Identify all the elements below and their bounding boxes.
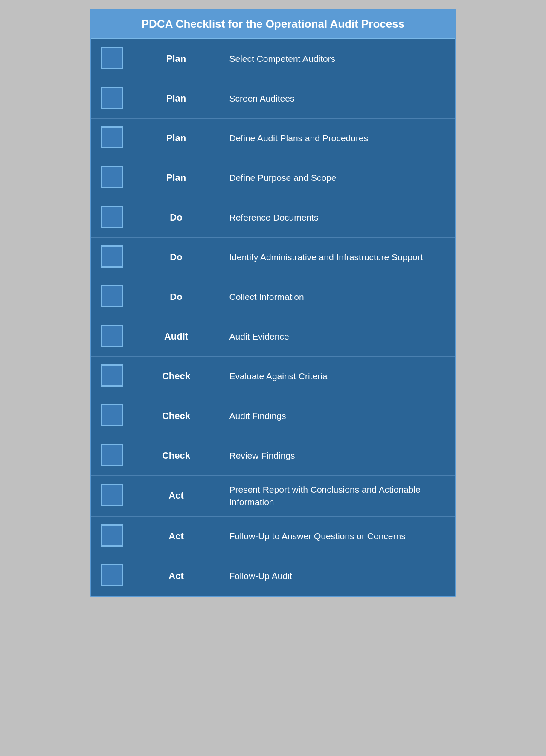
table-row: PlanDefine Audit Plans and Procedures	[91, 119, 455, 158]
table-row: DoReference Documents	[91, 198, 455, 238]
checkbox-cell[interactable]	[91, 516, 134, 556]
table-row: ActPresent Report with Conclusions and A…	[91, 476, 455, 517]
task-label: Define Audit Plans and Procedures	[219, 119, 455, 158]
task-label: Follow-Up to Answer Questions or Concern…	[219, 516, 455, 556]
checkbox-square[interactable]	[101, 325, 123, 347]
checkbox-cell[interactable]	[91, 79, 134, 119]
phase-label: Plan	[134, 158, 219, 198]
checkbox-square[interactable]	[101, 47, 123, 69]
phase-label: Do	[134, 238, 219, 277]
checkbox-cell[interactable]	[91, 556, 134, 596]
table-row: CheckReview Findings	[91, 436, 455, 476]
phase-label: Do	[134, 198, 219, 238]
checkbox-square[interactable]	[101, 404, 123, 426]
checkbox-square[interactable]	[101, 484, 123, 506]
phase-label: Check	[134, 357, 219, 396]
checkbox-square[interactable]	[101, 166, 123, 188]
checkbox-cell[interactable]	[91, 158, 134, 198]
table-row: PlanSelect Competent Auditors	[91, 39, 455, 79]
checklist-table: PlanSelect Competent AuditorsPlanScreen …	[91, 39, 455, 596]
phase-label: Check	[134, 436, 219, 476]
checkbox-cell[interactable]	[91, 436, 134, 476]
checkbox-square[interactable]	[101, 444, 123, 466]
checkbox-square[interactable]	[101, 126, 123, 148]
checkbox-square[interactable]	[101, 364, 123, 387]
checkbox-square[interactable]	[101, 87, 123, 109]
task-label: Present Report with Conclusions and Acti…	[219, 476, 455, 517]
phase-label: Plan	[134, 39, 219, 79]
task-label: Define Purpose and Scope	[219, 158, 455, 198]
table-row: CheckEvaluate Against Criteria	[91, 357, 455, 396]
checkbox-cell[interactable]	[91, 357, 134, 396]
table-row: PlanScreen Auditees	[91, 79, 455, 119]
checkbox-cell[interactable]	[91, 119, 134, 158]
checklist-container: PDCA Checklist for the Operational Audit…	[90, 9, 456, 597]
phase-label: Plan	[134, 79, 219, 119]
phase-label: Check	[134, 396, 219, 436]
table-row: AuditAudit Evidence	[91, 317, 455, 357]
task-label: Audit Evidence	[219, 317, 455, 357]
phase-label: Do	[134, 277, 219, 317]
task-label: Follow-Up Audit	[219, 556, 455, 596]
task-label: Reference Documents	[219, 198, 455, 238]
table-row: DoCollect Information	[91, 277, 455, 317]
table-row: ActFollow-Up Audit	[91, 556, 455, 596]
task-label: Identify Administrative and Infrastructu…	[219, 238, 455, 277]
phase-label: Plan	[134, 119, 219, 158]
phase-label: Act	[134, 476, 219, 517]
checkbox-cell[interactable]	[91, 39, 134, 79]
task-label: Audit Findings	[219, 396, 455, 436]
task-label: Collect Information	[219, 277, 455, 317]
checkbox-cell[interactable]	[91, 277, 134, 317]
task-label: Review Findings	[219, 436, 455, 476]
task-label: Evaluate Against Criteria	[219, 357, 455, 396]
task-label: Screen Auditees	[219, 79, 455, 119]
checkbox-cell[interactable]	[91, 396, 134, 436]
table-row: PlanDefine Purpose and Scope	[91, 158, 455, 198]
checkbox-cell[interactable]	[91, 476, 134, 517]
page-title: PDCA Checklist for the Operational Audit…	[91, 10, 455, 39]
checkbox-cell[interactable]	[91, 198, 134, 238]
task-label: Select Competent Auditors	[219, 39, 455, 79]
phase-label: Act	[134, 556, 219, 596]
checkbox-cell[interactable]	[91, 238, 134, 277]
phase-label: Act	[134, 516, 219, 556]
checkbox-square[interactable]	[101, 564, 123, 586]
table-row: CheckAudit Findings	[91, 396, 455, 436]
checkbox-square[interactable]	[101, 285, 123, 307]
checkbox-square[interactable]	[101, 245, 123, 268]
phase-label: Audit	[134, 317, 219, 357]
table-row: ActFollow-Up to Answer Questions or Conc…	[91, 516, 455, 556]
checkbox-square[interactable]	[101, 206, 123, 228]
checkbox-square[interactable]	[101, 524, 123, 547]
checkbox-cell[interactable]	[91, 317, 134, 357]
table-row: DoIdentify Administrative and Infrastruc…	[91, 238, 455, 277]
